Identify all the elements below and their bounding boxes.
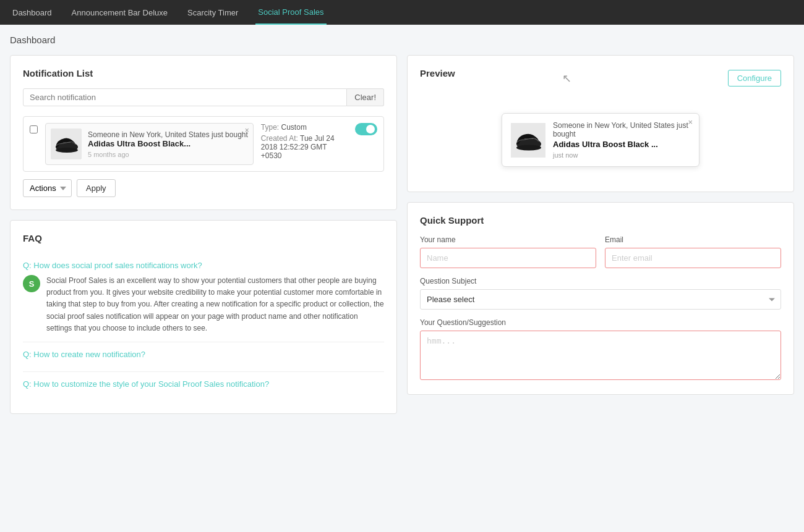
faq-question-2[interactable]: Q: How to create new notification? [23,350,384,359]
subject-label: Question Subject [420,277,781,285]
faq-question-1[interactable]: Q: How does social proof sales notificat… [23,261,384,270]
configure-button[interactable]: Configure [728,70,781,87]
notification-meta: Type: Custom Created At: Tue Jul 24 2018… [261,123,348,163]
svg-point-5 [516,145,541,150]
search-bar: Clear! [23,88,384,106]
notification-time: 5 months ago [88,151,248,158]
nav-social-proof[interactable]: Social Proof Sales [255,0,326,25]
type-row: Type: Custom [261,123,348,132]
faq-question-3[interactable]: Q: How to customize the style of your So… [23,379,384,389]
preview-title: Preview [420,68,455,78]
faq-answer-1: S Social Proof Sales is an excellent way… [23,275,384,334]
nav-scarcity-timer[interactable]: Scarcity Timer [185,0,241,25]
preview-popup: × Someone in New York, United St [502,113,699,167]
notification-item: × [23,116,384,172]
preview-area: × Someone in New York, United St [420,101,781,179]
preview-product: Adidas Ultra Boost Black ... [553,140,690,149]
preview-location: Someone in New York, United States just … [553,121,690,138]
apply-button[interactable]: Apply [77,179,116,197]
type-label: Type: [261,123,279,132]
faq-item-2: Q: How to create new notification? [23,342,384,372]
main-grid: Notification List Clear! × [10,55,794,414]
quick-support-card: Quick Support Your name Email [407,202,794,395]
product-image [51,129,82,159]
subject-group: Question Subject Please select General Q… [420,277,781,310]
faq-avatar-1: S [23,275,40,292]
preview-header: Preview ↖ Configure [420,68,781,88]
email-input[interactable] [605,248,781,268]
subject-select[interactable]: Please select General Question Bug Repor… [420,289,781,310]
notification-product: Adidas Ultra Boost Black... [88,139,248,148]
name-email-row: Your name Email [420,235,781,268]
question-textarea[interactable] [420,331,781,380]
nav-announcement-bar[interactable]: Announcement Bar Deluxe [69,0,170,25]
page-container: Dashboard Notification List Clear! × [0,25,804,424]
faq-item-1: Q: How does social proof sales notificat… [23,253,384,342]
preview-time: just now [553,151,690,159]
faq-title: FAQ [23,233,384,243]
email-group: Email [605,235,781,268]
cursor-icon: ↖ [562,72,571,85]
actions-select[interactable]: Actions [23,179,72,197]
notification-text: Someone in New York, United States just … [88,130,248,158]
notification-close-icon[interactable]: × [245,126,249,135]
right-column: Preview ↖ Configure × [407,55,794,414]
name-input[interactable] [420,248,596,268]
support-form: Your name Email Question Subject [420,235,781,382]
email-label: Email [605,235,781,244]
preview-product-image [511,123,545,158]
actions-row: Actions Apply [23,179,384,197]
faq-answer-text-1: Social Proof Sales is an excellent way t… [46,275,384,334]
left-column: Notification List Clear! × [10,55,397,414]
created-row: Created At: Tue Jul 24 2018 12:52:29 GMT… [261,134,348,160]
notification-checkbox[interactable] [30,125,38,133]
quick-support-title: Quick Support [420,215,781,226]
name-group: Your name [420,235,596,268]
notification-card: × [45,123,254,165]
notification-location: Someone in New York, United States just … [88,130,248,139]
preview-popup-text: Someone in New York, United States just … [553,121,690,159]
subject-select-wrapper: Please select General Question Bug Repor… [420,289,781,310]
faq-item-3: Q: How to customize the style of your So… [23,372,384,401]
name-label: Your name [420,235,596,244]
faq-card: FAQ Q: How does social proof sales notif… [10,220,397,414]
nav-dashboard[interactable]: Dashboard [10,0,54,25]
clear-button[interactable]: Clear! [347,88,384,106]
notification-toggle[interactable] [355,123,377,135]
question-label: Your Question/Suggestion [420,318,781,327]
notification-list-card: Notification List Clear! × [10,55,397,210]
created-label: Created At: [261,134,298,143]
preview-card: Preview ↖ Configure × [407,55,794,192]
notification-list-title: Notification List [23,68,384,78]
top-navigation: Dashboard Announcement Bar Deluxe Scarci… [0,0,804,25]
preview-close-icon[interactable]: × [688,117,693,127]
type-value: Custom [281,123,307,132]
svg-point-2 [56,148,78,153]
page-title: Dashboard [10,35,794,45]
search-input[interactable] [23,88,347,106]
question-group: Your Question/Suggestion [420,318,781,382]
